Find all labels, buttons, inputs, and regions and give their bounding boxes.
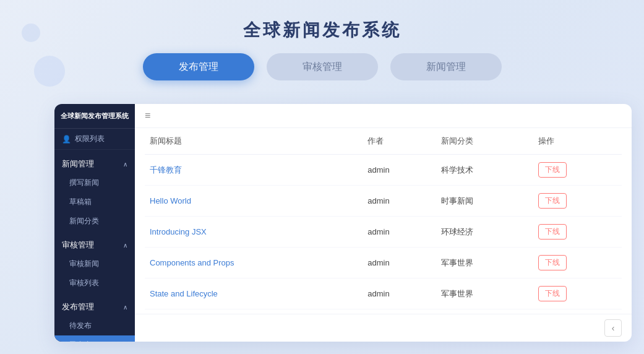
sidebar-logo: 全球新闻发布管理系统 xyxy=(54,104,135,129)
news-author-cell: admin xyxy=(363,155,436,186)
main-area: 全球新闻发布管理系统 👤 权限列表 新闻管理 ∧ 撰写新闻 草稿箱 新闻分类 审… xyxy=(54,104,632,342)
sidebar-item-review-news[interactable]: 审核新闻 xyxy=(54,254,135,274)
news-category-cell: 科学技术 xyxy=(436,155,533,186)
news-author-cell: admin xyxy=(363,278,436,309)
sidebar-section-review-header[interactable]: 审核管理 ∧ xyxy=(54,236,135,254)
sidebar-section-review: 审核管理 ∧ 审核新闻 审核列表 xyxy=(54,231,135,293)
news-author-cell: admin xyxy=(363,186,436,217)
table-wrap: 新闻标题 作者 新闻分类 操作 千锋教育 admin 科学技术 下线 Hello… xyxy=(135,128,632,314)
news-title-cell[interactable]: 千锋教育 xyxy=(145,155,363,186)
sidebar-item-draft-box[interactable]: 草稿箱 xyxy=(54,192,135,212)
news-category-cell: 军事世界 xyxy=(436,248,533,278)
chevron-up-icon-2: ∧ xyxy=(123,242,127,249)
sidebar: 全球新闻发布管理系统 👤 权限列表 新闻管理 ∧ 撰写新闻 草稿箱 新闻分类 审… xyxy=(54,104,135,342)
table-row: State and Lifecycle admin 军事世界 下线 xyxy=(145,278,622,309)
sidebar-item-published[interactable]: 已发布 xyxy=(54,335,135,342)
sidebar-item-news-category[interactable]: 新闻分类 xyxy=(54,212,135,231)
sidebar-user-link[interactable]: 👤 权限列表 xyxy=(54,129,135,150)
news-title-cell[interactable]: Introducing JSX xyxy=(145,217,363,248)
news-action-cell: 下线 xyxy=(533,155,622,186)
col-category: 新闻分类 xyxy=(436,128,533,155)
sidebar-section-news-header[interactable]: 新闻管理 ∧ xyxy=(54,155,135,173)
sidebar-section-publish-header[interactable]: 发布管理 ∧ xyxy=(54,298,135,316)
content-header: ≡ xyxy=(135,104,632,128)
tab-review[interactable]: 审核管理 xyxy=(267,53,378,80)
page-title: 全球新闻发布系统 xyxy=(0,0,644,42)
sidebar-section-publish: 发布管理 ∧ 待发布 已发布 已下线 xyxy=(54,293,135,342)
table-header-row: 新闻标题 作者 新闻分类 操作 xyxy=(145,128,622,155)
deco-circle-2 xyxy=(34,56,65,87)
sidebar-section-news: 新闻管理 ∧ 撰写新闻 草稿箱 新闻分类 xyxy=(54,150,135,231)
table-row: Components and Props admin 军事世界 下线 xyxy=(145,248,622,278)
news-category-cell: 时事新闻 xyxy=(436,186,533,217)
offline-button[interactable]: 下线 xyxy=(538,286,567,301)
news-mgmt-label: 新闻管理 xyxy=(62,158,94,170)
user-icon: 👤 xyxy=(62,135,71,144)
review-mgmt-label: 审核管理 xyxy=(62,240,94,251)
menu-icon[interactable]: ≡ xyxy=(145,110,150,121)
news-action-cell: 下线 xyxy=(533,278,622,309)
news-action-cell: 下线 xyxy=(533,186,622,217)
sidebar-item-pending-publish[interactable]: 待发布 xyxy=(54,316,135,335)
col-title: 新闻标题 xyxy=(145,128,363,155)
deco-circle-1 xyxy=(22,24,40,42)
news-category-cell: 军事世界 xyxy=(436,278,533,309)
tab-news[interactable]: 新闻管理 xyxy=(390,53,502,80)
news-action-cell: 下线 xyxy=(533,217,622,248)
news-title-cell[interactable]: State and Lifecycle xyxy=(145,278,363,309)
news-author-cell: admin xyxy=(363,217,436,248)
pagination: ‹ xyxy=(135,314,632,342)
news-table: 新闻标题 作者 新闻分类 操作 千锋教育 admin 科学技术 下线 Hello… xyxy=(145,128,622,309)
news-action-cell: 下线 xyxy=(533,248,622,278)
offline-button[interactable]: 下线 xyxy=(538,193,567,209)
offline-button[interactable]: 下线 xyxy=(538,162,567,178)
col-actions: 操作 xyxy=(533,128,622,155)
sidebar-item-review-list[interactable]: 审核列表 xyxy=(54,274,135,293)
prev-page-button[interactable]: ‹ xyxy=(604,319,622,337)
news-title-cell[interactable]: Components and Props xyxy=(145,248,363,278)
news-author-cell: admin xyxy=(363,248,436,278)
news-category-cell: 环球经济 xyxy=(436,217,533,248)
table-row: 千锋教育 admin 科学技术 下线 xyxy=(145,155,622,186)
table-row: Hello World admin 时事新闻 下线 xyxy=(145,186,622,217)
user-link-label: 权限列表 xyxy=(75,134,105,144)
publish-mgmt-label: 发布管理 xyxy=(62,301,94,313)
chevron-up-icon: ∧ xyxy=(123,161,127,168)
tabs-row: 发布管理 审核管理 新闻管理 xyxy=(0,53,644,80)
col-author: 作者 xyxy=(363,128,436,155)
sidebar-item-write-news[interactable]: 撰写新闻 xyxy=(54,173,135,192)
tab-publish[interactable]: 发布管理 xyxy=(143,53,254,80)
table-row: Introducing JSX admin 环球经济 下线 xyxy=(145,217,622,248)
chevron-up-icon-3: ∧ xyxy=(123,304,127,311)
offline-button[interactable]: 下线 xyxy=(538,224,567,240)
offline-button[interactable]: 下线 xyxy=(538,255,567,270)
content-area: ≡ 新闻标题 作者 新闻分类 操作 千锋教育 admin 科学技术 下线 xyxy=(135,104,632,342)
news-title-cell[interactable]: Hello World xyxy=(145,186,363,217)
